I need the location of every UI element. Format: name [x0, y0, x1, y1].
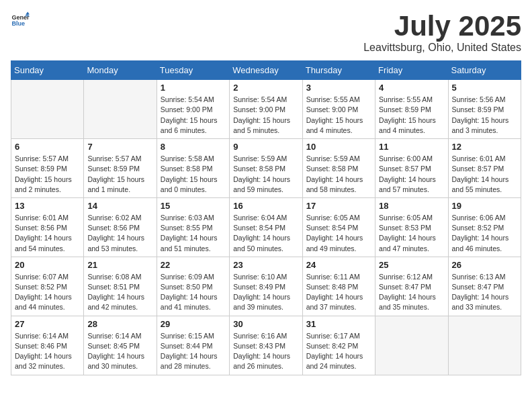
calendar-header-row: SundayMondayTuesdayWednesdayThursdayFrid… [11, 61, 521, 80]
day-info: Sunrise: 6:14 AMSunset: 8:45 PMDaylight:… [87, 331, 152, 372]
calendar-day-cell [375, 316, 448, 375]
day-info: Sunrise: 5:56 AMSunset: 8:59 PMDaylight:… [452, 95, 517, 136]
day-info: Sunrise: 5:59 AMSunset: 8:58 PMDaylight:… [306, 154, 371, 195]
day-number: 2 [233, 83, 298, 93]
day-info: Sunrise: 6:00 AMSunset: 8:57 PMDaylight:… [379, 154, 444, 195]
day-number: 11 [379, 142, 444, 152]
day-info: Sunrise: 6:14 AMSunset: 8:46 PMDaylight:… [15, 331, 80, 372]
calendar-day-cell: 12Sunrise: 6:01 AMSunset: 8:57 PMDayligh… [448, 139, 521, 198]
day-number: 8 [161, 142, 226, 152]
calendar-day-cell [448, 316, 521, 375]
day-info: Sunrise: 5:54 AMSunset: 9:00 PMDaylight:… [161, 95, 226, 136]
day-number: 26 [452, 260, 517, 270]
calendar-day-header: Wednesday [230, 61, 302, 80]
day-number: 16 [233, 201, 298, 211]
calendar-day-cell: 2Sunrise: 5:54 AMSunset: 9:00 PMDaylight… [230, 80, 302, 139]
calendar-day-header: Friday [375, 61, 448, 80]
calendar-day-cell: 20Sunrise: 6:07 AMSunset: 8:52 PMDayligh… [11, 257, 84, 316]
day-info: Sunrise: 6:03 AMSunset: 8:55 PMDaylight:… [161, 213, 226, 254]
calendar-day-cell: 16Sunrise: 6:04 AMSunset: 8:54 PMDayligh… [230, 197, 302, 257]
calendar-day-cell: 25Sunrise: 6:12 AMSunset: 8:47 PMDayligh… [375, 257, 448, 316]
day-number: 18 [379, 201, 444, 211]
day-info: Sunrise: 6:17 AMSunset: 8:42 PMDaylight:… [306, 331, 371, 372]
calendar-day-cell: 10Sunrise: 5:59 AMSunset: 8:58 PMDayligh… [302, 139, 375, 198]
calendar-day-header: Monday [84, 61, 157, 80]
day-number: 17 [306, 201, 371, 211]
day-info: Sunrise: 6:08 AMSunset: 8:51 PMDaylight:… [87, 272, 152, 313]
calendar-day-header: Thursday [302, 61, 375, 80]
calendar-table: SundayMondayTuesdayWednesdayThursdayFrid… [11, 60, 521, 375]
calendar-day-cell: 30Sunrise: 6:16 AMSunset: 8:43 PMDayligh… [230, 316, 302, 375]
page-header: General Blue July 2025 Leavittsburg, Ohi… [11, 11, 521, 54]
day-info: Sunrise: 5:55 AMSunset: 9:00 PMDaylight:… [306, 95, 371, 136]
svg-text:Blue: Blue [11, 20, 25, 27]
location-title: Leavittsburg, Ohio, United States [363, 42, 521, 54]
day-info: Sunrise: 6:04 AMSunset: 8:54 PMDaylight:… [233, 213, 298, 254]
day-info: Sunrise: 5:57 AMSunset: 8:59 PMDaylight:… [15, 154, 80, 195]
calendar-day-cell: 23Sunrise: 6:10 AMSunset: 8:49 PMDayligh… [230, 257, 302, 316]
calendar-day-cell: 5Sunrise: 5:56 AMSunset: 8:59 PMDaylight… [448, 80, 521, 139]
day-info: Sunrise: 6:05 AMSunset: 8:54 PMDaylight:… [306, 213, 371, 254]
day-info: Sunrise: 6:06 AMSunset: 8:52 PMDaylight:… [452, 213, 517, 254]
month-title: July 2025 [363, 11, 521, 42]
calendar-week-row: 13Sunrise: 6:01 AMSunset: 8:56 PMDayligh… [11, 197, 521, 257]
calendar-day-cell: 28Sunrise: 6:14 AMSunset: 8:45 PMDayligh… [84, 316, 157, 375]
day-number: 14 [87, 201, 152, 211]
day-info: Sunrise: 5:59 AMSunset: 8:58 PMDaylight:… [233, 154, 298, 195]
calendar-week-row: 27Sunrise: 6:14 AMSunset: 8:46 PMDayligh… [11, 316, 521, 375]
day-number: 10 [306, 142, 371, 152]
day-number: 6 [15, 142, 80, 152]
day-number: 13 [15, 201, 80, 211]
calendar-week-row: 20Sunrise: 6:07 AMSunset: 8:52 PMDayligh… [11, 257, 521, 316]
day-info: Sunrise: 6:12 AMSunset: 8:47 PMDaylight:… [379, 272, 444, 313]
day-number: 20 [15, 260, 80, 270]
day-info: Sunrise: 6:16 AMSunset: 8:43 PMDaylight:… [233, 331, 298, 372]
day-info: Sunrise: 6:05 AMSunset: 8:53 PMDaylight:… [379, 213, 444, 254]
day-info: Sunrise: 6:10 AMSunset: 8:49 PMDaylight:… [233, 272, 298, 313]
logo-icon: General Blue [11, 11, 30, 30]
calendar-day-cell: 14Sunrise: 6:02 AMSunset: 8:56 PMDayligh… [84, 197, 157, 257]
day-info: Sunrise: 5:58 AMSunset: 8:58 PMDaylight:… [161, 154, 226, 195]
day-number: 12 [452, 142, 517, 152]
day-number: 5 [452, 83, 517, 93]
calendar-day-cell [84, 80, 157, 139]
calendar-day-cell: 29Sunrise: 6:15 AMSunset: 8:44 PMDayligh… [157, 316, 229, 375]
calendar-day-header: Sunday [11, 61, 84, 80]
calendar-day-cell: 9Sunrise: 5:59 AMSunset: 8:58 PMDaylight… [230, 139, 302, 198]
calendar-day-cell [11, 80, 84, 139]
day-number: 15 [161, 201, 226, 211]
day-info: Sunrise: 6:09 AMSunset: 8:50 PMDaylight:… [161, 272, 226, 313]
calendar-day-cell: 18Sunrise: 6:05 AMSunset: 8:53 PMDayligh… [375, 197, 448, 257]
calendar-day-cell: 3Sunrise: 5:55 AMSunset: 9:00 PMDaylight… [302, 80, 375, 139]
calendar-day-cell: 6Sunrise: 5:57 AMSunset: 8:59 PMDaylight… [11, 139, 84, 198]
day-number: 30 [233, 319, 298, 329]
day-number: 22 [161, 260, 226, 270]
day-number: 25 [379, 260, 444, 270]
day-number: 27 [15, 319, 80, 329]
calendar-day-cell: 24Sunrise: 6:11 AMSunset: 8:48 PMDayligh… [302, 257, 375, 316]
day-number: 23 [233, 260, 298, 270]
logo: General Blue [11, 11, 30, 30]
day-number: 4 [379, 83, 444, 93]
day-info: Sunrise: 6:07 AMSunset: 8:52 PMDaylight:… [15, 272, 80, 313]
day-info: Sunrise: 6:15 AMSunset: 8:44 PMDaylight:… [161, 331, 226, 372]
calendar-day-cell: 7Sunrise: 5:57 AMSunset: 8:59 PMDaylight… [84, 139, 157, 198]
calendar-day-header: Tuesday [157, 61, 229, 80]
calendar-day-cell: 31Sunrise: 6:17 AMSunset: 8:42 PMDayligh… [302, 316, 375, 375]
calendar-day-cell: 11Sunrise: 6:00 AMSunset: 8:57 PMDayligh… [375, 139, 448, 198]
day-number: 9 [233, 142, 298, 152]
calendar-week-row: 6Sunrise: 5:57 AMSunset: 8:59 PMDaylight… [11, 139, 521, 198]
day-number: 24 [306, 260, 371, 270]
calendar-day-header: Saturday [448, 61, 521, 80]
calendar-day-cell: 22Sunrise: 6:09 AMSunset: 8:50 PMDayligh… [157, 257, 229, 316]
calendar-day-cell: 15Sunrise: 6:03 AMSunset: 8:55 PMDayligh… [157, 197, 229, 257]
day-info: Sunrise: 6:13 AMSunset: 8:47 PMDaylight:… [452, 272, 517, 313]
calendar-day-cell: 27Sunrise: 6:14 AMSunset: 8:46 PMDayligh… [11, 316, 84, 375]
calendar-day-cell: 1Sunrise: 5:54 AMSunset: 9:00 PMDaylight… [157, 80, 229, 139]
day-number: 1 [161, 83, 226, 93]
day-info: Sunrise: 6:11 AMSunset: 8:48 PMDaylight:… [306, 272, 371, 313]
day-number: 28 [87, 319, 152, 329]
calendar-day-cell: 19Sunrise: 6:06 AMSunset: 8:52 PMDayligh… [448, 197, 521, 257]
day-number: 29 [161, 319, 226, 329]
calendar-week-row: 1Sunrise: 5:54 AMSunset: 9:00 PMDaylight… [11, 80, 521, 139]
